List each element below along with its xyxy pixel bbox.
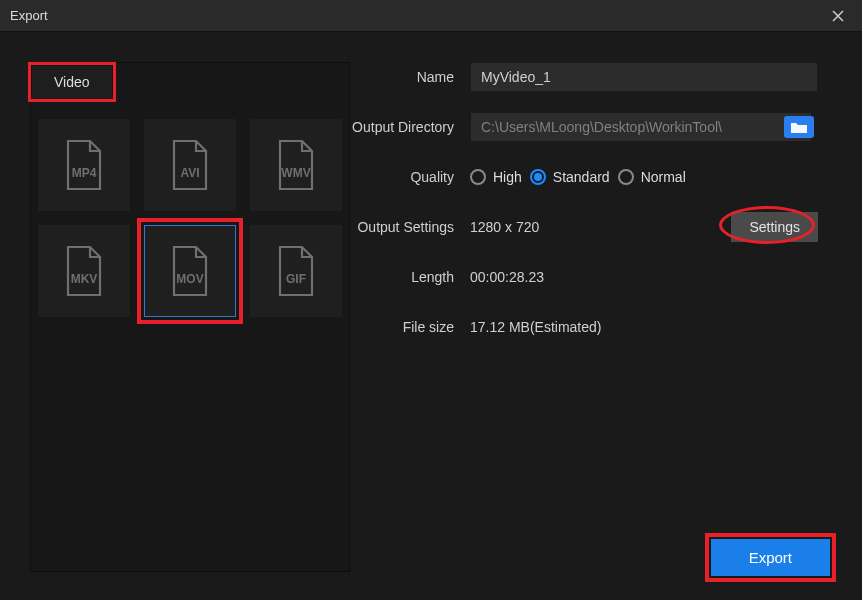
file-icon: MP4 (56, 137, 112, 193)
out-settings-label: Output Settings (350, 219, 470, 235)
quality-radio-high[interactable]: High (470, 169, 522, 185)
radio-icon (530, 169, 546, 185)
svg-text:MOV: MOV (176, 272, 203, 286)
settings-panel: Name Output Directory Quality (350, 62, 832, 590)
format-tile-mkv[interactable]: MKV (38, 225, 130, 317)
quality-radio-normal[interactable]: Normal (618, 169, 686, 185)
tab-strip: Video (31, 63, 349, 97)
quality-standard-label: Standard (553, 169, 610, 185)
filesize-label: File size (350, 319, 470, 335)
quality-normal-label: Normal (641, 169, 686, 185)
filesize-value: 17.12 MB(Estimated) (470, 319, 602, 335)
export-button-wrap: Export (711, 539, 830, 576)
export-button[interactable]: Export (711, 539, 830, 576)
quality-radio-standard[interactable]: Standard (530, 169, 610, 185)
close-button[interactable] (824, 2, 852, 30)
out-settings-value: 1280 x 720 (470, 219, 539, 235)
format-tile-mov[interactable]: MOV (144, 225, 236, 317)
row-quality: Quality High Standard Normal (350, 162, 818, 192)
file-icon: MOV (162, 243, 218, 299)
tab-video-label: Video (54, 74, 90, 90)
format-tile-mp4[interactable]: MP4 (38, 119, 130, 211)
svg-text:MKV: MKV (71, 272, 98, 286)
svg-text:AVI: AVI (180, 166, 199, 180)
dir-label: Output Directory (350, 119, 470, 135)
format-tile-wmv[interactable]: WMV (250, 119, 342, 211)
svg-text:GIF: GIF (286, 272, 306, 286)
dir-input[interactable] (470, 112, 812, 142)
format-tile-avi[interactable]: AVI (144, 119, 236, 211)
format-grid: MP4 AVI WMV MKV (31, 97, 349, 339)
file-icon: WMV (268, 137, 324, 193)
name-label: Name (350, 69, 470, 85)
file-icon: AVI (162, 137, 218, 193)
file-icon: MKV (56, 243, 112, 299)
content-area: Video MP4 AVI WMV (0, 32, 862, 600)
length-value: 00:00:28.23 (470, 269, 544, 285)
close-icon (832, 10, 844, 22)
length-label: Length (350, 269, 470, 285)
browse-folder-button[interactable] (784, 116, 814, 138)
quality-label: Quality (350, 169, 470, 185)
name-input[interactable] (470, 62, 818, 92)
format-tile-gif[interactable]: GIF (250, 225, 342, 317)
quality-high-label: High (493, 169, 522, 185)
radio-icon (470, 169, 486, 185)
svg-text:WMV: WMV (281, 166, 310, 180)
row-output-directory: Output Directory (350, 112, 818, 142)
file-icon: GIF (268, 243, 324, 299)
export-button-label: Export (749, 549, 792, 566)
format-panel: Video MP4 AVI WMV (30, 62, 350, 572)
folder-icon (790, 120, 808, 134)
settings-button-label: Settings (749, 219, 800, 235)
row-length: Length 00:00:28.23 (350, 262, 818, 292)
radio-icon (618, 169, 634, 185)
tab-video[interactable]: Video (31, 65, 113, 98)
window-title: Export (10, 8, 824, 23)
row-name: Name (350, 62, 818, 92)
row-filesize: File size 17.12 MB(Estimated) (350, 312, 818, 342)
settings-button[interactable]: Settings (731, 212, 818, 242)
titlebar: Export (0, 0, 862, 32)
svg-text:MP4: MP4 (72, 166, 97, 180)
row-output-settings: Output Settings 1280 x 720 Settings (350, 212, 818, 242)
